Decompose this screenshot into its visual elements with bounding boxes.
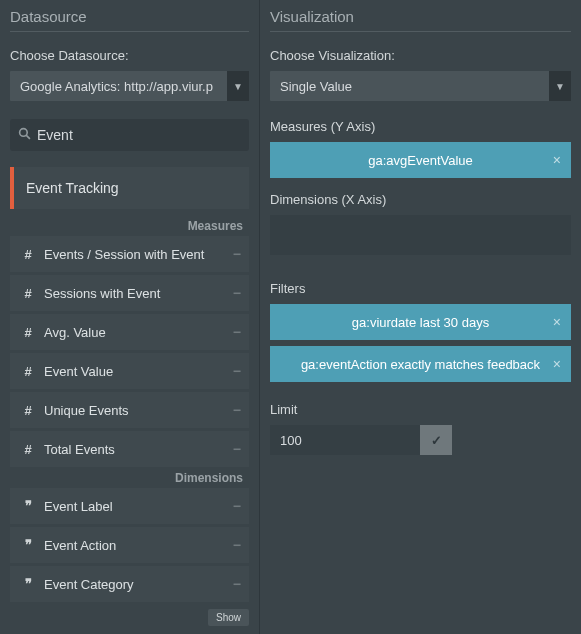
- svg-point-0: [20, 129, 28, 137]
- limit-confirm-button[interactable]: ✓: [420, 425, 452, 455]
- measure-item-label: Total Events: [44, 442, 115, 457]
- filters-label: Filters: [270, 281, 571, 296]
- dimensions-group-label: Dimensions: [10, 471, 249, 485]
- filter-chip[interactable]: ga:viurdate last 30 days ×: [270, 304, 571, 340]
- minus-icon[interactable]: −: [233, 285, 241, 301]
- measure-item[interactable]: # Total Events −: [10, 431, 249, 467]
- measure-item-label: Sessions with Event: [44, 286, 160, 301]
- choose-visualization-label: Choose Visualization:: [270, 48, 571, 63]
- panel-title-datasource: Datasource: [10, 8, 249, 32]
- svg-line-1: [26, 135, 30, 139]
- minus-icon[interactable]: −: [233, 576, 241, 592]
- measure-item[interactable]: # Sessions with Event −: [10, 275, 249, 311]
- minus-icon[interactable]: −: [233, 246, 241, 262]
- measure-chip[interactable]: ga:avgEventValue ×: [270, 142, 571, 178]
- search-icon: [18, 127, 31, 143]
- limit-input[interactable]: [270, 425, 420, 455]
- measure-item[interactable]: # Events / Session with Event −: [10, 236, 249, 272]
- measure-item[interactable]: # Event Value −: [10, 353, 249, 389]
- dimension-item[interactable]: ❞ Event Label −: [10, 488, 249, 524]
- panel-title-visualization: Visualization: [270, 8, 571, 32]
- measure-item-label: Events / Session with Event: [44, 247, 204, 262]
- dimension-item[interactable]: ❞ Event Category −: [10, 566, 249, 602]
- show-button[interactable]: Show: [208, 609, 249, 626]
- search-input[interactable]: [37, 127, 241, 143]
- hash-icon: #: [20, 442, 36, 457]
- visualization-panel: Visualization Choose Visualization: Sing…: [260, 0, 581, 634]
- minus-icon[interactable]: −: [233, 324, 241, 340]
- dimensions-dropzone[interactable]: [270, 215, 571, 255]
- minus-icon[interactable]: −: [233, 441, 241, 457]
- hash-icon: #: [20, 325, 36, 340]
- datasource-select-value: Google Analytics: http://app.viur.p: [20, 79, 213, 94]
- dimension-item[interactable]: ❞ Event Action −: [10, 527, 249, 563]
- dimension-item-label: Event Action: [44, 538, 116, 553]
- visualization-select[interactable]: Single Value ▼: [270, 71, 571, 101]
- measure-item-label: Unique Events: [44, 403, 129, 418]
- measure-chip-label: ga:avgEventValue: [368, 153, 473, 168]
- visualization-select-value: Single Value: [280, 79, 352, 94]
- measure-item-label: Event Value: [44, 364, 113, 379]
- search-field-wrap[interactable]: [10, 119, 249, 151]
- measure-item-label: Avg. Value: [44, 325, 106, 340]
- close-icon[interactable]: ×: [553, 314, 561, 330]
- hash-icon: #: [20, 403, 36, 418]
- filter-chip-label: ga:eventAction exactly matches feedback: [301, 357, 540, 372]
- datasource-panel: Datasource Choose Datasource: Google Ana…: [0, 0, 260, 634]
- check-icon: ✓: [431, 433, 442, 448]
- measures-axis-label: Measures (Y Axis): [270, 119, 571, 134]
- minus-icon[interactable]: −: [233, 498, 241, 514]
- quote-icon: ❞: [20, 537, 36, 553]
- datasource-select[interactable]: Google Analytics: http://app.viur.p ▼: [10, 71, 249, 101]
- quote-icon: ❞: [20, 498, 36, 514]
- minus-icon[interactable]: −: [233, 402, 241, 418]
- measure-item[interactable]: # Avg. Value −: [10, 314, 249, 350]
- choose-datasource-label: Choose Datasource:: [10, 48, 249, 63]
- quote-icon: ❞: [20, 576, 36, 592]
- chevron-down-icon: ▼: [227, 71, 249, 101]
- measure-item[interactable]: # Unique Events −: [10, 392, 249, 428]
- measures-group-label: Measures: [10, 219, 249, 233]
- close-icon[interactable]: ×: [553, 152, 561, 168]
- close-icon[interactable]: ×: [553, 356, 561, 372]
- filter-chip[interactable]: ga:eventAction exactly matches feedback …: [270, 346, 571, 382]
- dimension-item-label: Event Category: [44, 577, 134, 592]
- hash-icon: #: [20, 286, 36, 301]
- category-label: Event Tracking: [26, 180, 119, 196]
- chevron-down-icon: ▼: [549, 71, 571, 101]
- dimension-item-label: Event Label: [44, 499, 113, 514]
- limit-label: Limit: [270, 402, 571, 417]
- filter-chip-label: ga:viurdate last 30 days: [352, 315, 489, 330]
- minus-icon[interactable]: −: [233, 363, 241, 379]
- hash-icon: #: [20, 364, 36, 379]
- hash-icon: #: [20, 247, 36, 262]
- minus-icon[interactable]: −: [233, 537, 241, 553]
- category-header[interactable]: Event Tracking: [10, 167, 249, 209]
- dimensions-axis-label: Dimensions (X Axis): [270, 192, 571, 207]
